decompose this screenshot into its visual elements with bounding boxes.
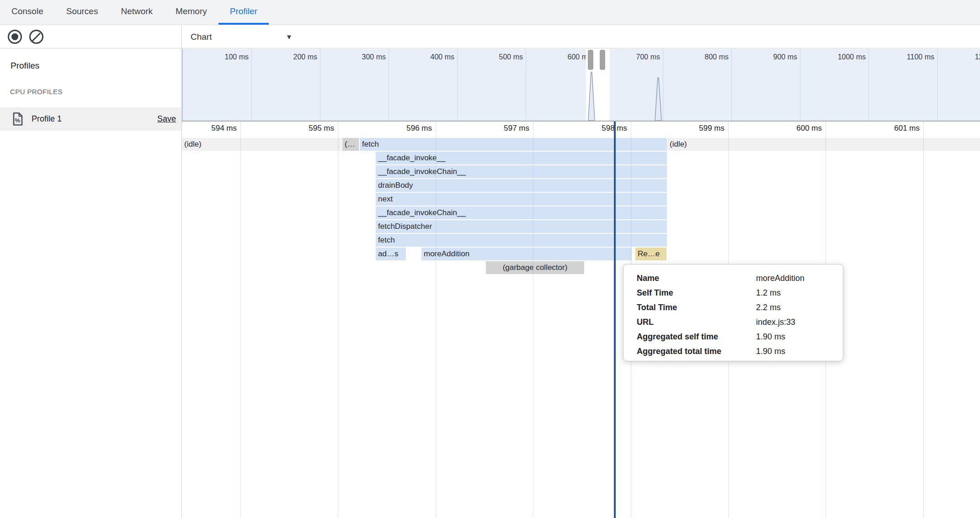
flame-bar-idle[interactable]: (idle)	[182, 138, 341, 151]
tab-network[interactable]: Network	[109, 0, 164, 25]
flame-bar-ad-s[interactable]: ad…s	[376, 248, 406, 260]
flame-bar-next[interactable]: next	[376, 193, 667, 206]
flame-bar-garbage-collector[interactable]: (garbage collector)	[486, 261, 584, 274]
profile-name: Profile 1	[32, 114, 157, 124]
tooltip-label: Self Time	[637, 285, 756, 300]
tooltip-label: Aggregated self time	[637, 329, 756, 344]
flame-bar-item[interactable]: (…	[342, 138, 359, 151]
selection-handle-right[interactable]	[600, 50, 605, 70]
flame-gridline	[533, 122, 533, 518]
profiles-sidebar: Profiles CPU PROFILES % Profile 1 Save	[0, 49, 182, 518]
flame-bar-fetchdispatcher[interactable]: fetchDispatcher	[376, 220, 667, 233]
tab-sources[interactable]: Sources	[55, 0, 110, 25]
profiler-toolbar: Chart ▼	[0, 26, 980, 48]
cpu-profiles-section-label: CPU PROFILES	[10, 88, 63, 95]
flame-gridline	[338, 122, 338, 518]
tooltip-label: Aggregated total time	[637, 344, 756, 359]
flame-bar-facade-invoke[interactable]: __facade_invoke__	[376, 152, 667, 164]
flame-bar-facade-invokechain[interactable]: __facade_invokeChain__	[376, 165, 667, 178]
tooltip-row: Aggregated self time1.90 ms	[637, 329, 843, 344]
flame-tick-label: 598 ms	[568, 124, 627, 133]
view-mode-select[interactable]: Chart ▼	[191, 26, 300, 48]
flame-bar-facade-invokechain[interactable]: __facade_invokeChain__	[376, 206, 667, 219]
cpu-activity-spikes	[182, 49, 980, 121]
tooltip-value: 1.90 ms	[756, 329, 785, 344]
tooltip-row: Total Time2.2 ms	[637, 300, 843, 315]
tooltip-value: 1.2 ms	[756, 285, 781, 300]
profile-document-icon: %	[12, 112, 23, 126]
tooltip-row: NamemoreAddition	[637, 271, 843, 285]
playhead-marker[interactable]	[614, 122, 616, 518]
record-profile-icon[interactable]	[8, 30, 22, 44]
sidebar-title: Profiles	[11, 61, 39, 71]
flame-chart: 594 ms595 ms596 ms597 ms598 ms599 ms600 …	[182, 122, 980, 518]
tab-profiler[interactable]: Profiler	[218, 0, 269, 25]
flame-gridline	[436, 122, 436, 518]
profiler-controls	[0, 26, 182, 48]
flame-tick-label: 601 ms	[860, 124, 920, 133]
flame-bar-fetch[interactable]: fetch	[360, 138, 667, 151]
svg-text:%: %	[15, 117, 20, 124]
flame-gridline	[923, 122, 924, 518]
tooltip-label: Total Time	[637, 300, 756, 315]
tooltip-value: 2.2 ms	[756, 300, 781, 315]
tooltip-row: URLindex.js:33	[637, 315, 843, 329]
flame-tick-label: 599 ms	[665, 124, 724, 133]
flame-tick-label: 597 ms	[470, 124, 529, 133]
save-profile-link[interactable]: Save	[157, 114, 176, 124]
tab-memory[interactable]: Memory	[164, 0, 218, 25]
flame-bar-drainbody[interactable]: drainBody	[376, 179, 667, 192]
tooltip-value: moreAddition	[756, 271, 804, 285]
tooltip-label: Name	[637, 271, 756, 285]
selection-handle-left[interactable]	[588, 50, 593, 70]
flame-tick-label: 600 ms	[762, 124, 822, 133]
chevron-down-icon: ▼	[286, 32, 293, 40]
clear-profiles-icon[interactable]	[29, 30, 43, 44]
frame-details-tooltip: NamemoreAdditionSelf Time1.2 msTotal Tim…	[623, 264, 843, 361]
view-mode-label: Chart	[191, 32, 212, 42]
devtools-tab-bar: ConsoleSourcesNetworkMemoryProfiler	[0, 0, 980, 25]
flame-tick-label: 595 ms	[275, 124, 334, 133]
tooltip-row: Self Time1.2 ms	[637, 285, 843, 300]
sidebar-item-profile-1[interactable]: % Profile 1 Save	[0, 107, 181, 131]
flame-gridline	[240, 122, 241, 518]
flame-tick-label: 594 ms	[182, 124, 237, 133]
flame-tick-label: 596 ms	[373, 124, 432, 133]
tooltip-label: URL	[637, 315, 756, 329]
tab-console[interactable]: Console	[0, 0, 55, 25]
tooltip-value: index.js:33	[756, 315, 795, 329]
flame-bar-moreaddition[interactable]: moreAddition	[421, 248, 632, 260]
tooltip-value: 1.90 ms	[756, 344, 785, 359]
timeline-overview[interactable]: 100 ms200 ms300 ms400 ms500 ms600 ms700 …	[182, 49, 980, 122]
flame-bar-re-e[interactable]: Re…e	[635, 248, 666, 260]
tooltip-row: Aggregated total time1.90 ms	[637, 344, 843, 359]
flame-bar-idle[interactable]: (idle)	[667, 138, 980, 151]
flame-bar-fetch[interactable]: fetch	[376, 234, 667, 247]
